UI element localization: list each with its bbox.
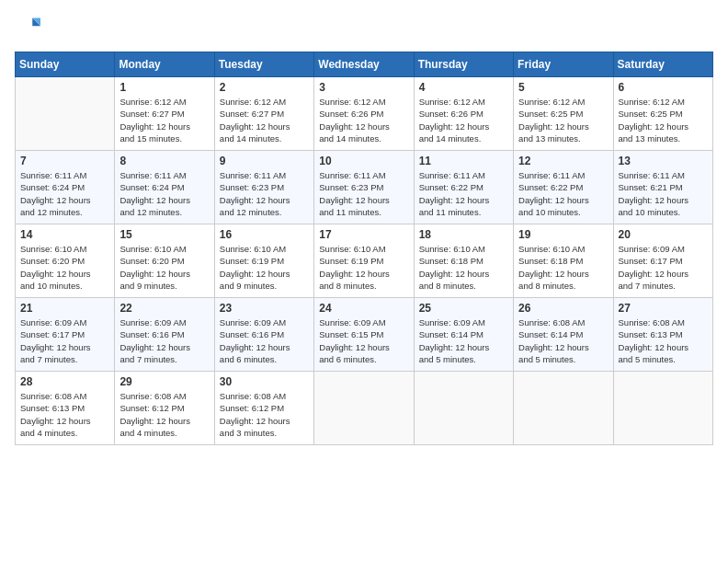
calendar-week-row: 14Sunrise: 6:10 AM Sunset: 6:20 PM Dayli… xyxy=(16,224,713,298)
weekday-header: Saturday xyxy=(613,52,712,77)
calendar-cell: 21Sunrise: 6:09 AM Sunset: 6:17 PM Dayli… xyxy=(16,298,115,372)
calendar-cell: 20Sunrise: 6:09 AM Sunset: 6:17 PM Dayli… xyxy=(613,224,712,298)
day-number: 27 xyxy=(619,302,708,315)
weekday-header: Sunday xyxy=(16,52,115,77)
day-number: 13 xyxy=(619,155,708,167)
day-info: Sunrise: 6:11 AM Sunset: 6:22 PM Dayligh… xyxy=(518,169,608,218)
day-number: 3 xyxy=(319,81,408,94)
day-info: Sunrise: 6:10 AM Sunset: 6:20 PM Dayligh… xyxy=(20,243,109,292)
day-number: 10 xyxy=(319,155,408,167)
day-number: 5 xyxy=(518,81,608,94)
day-info: Sunrise: 6:11 AM Sunset: 6:22 PM Dayligh… xyxy=(419,169,508,218)
calendar-cell: 27Sunrise: 6:08 AM Sunset: 6:13 PM Dayli… xyxy=(613,298,712,372)
calendar-cell: 24Sunrise: 6:09 AM Sunset: 6:15 PM Dayli… xyxy=(314,298,414,372)
day-number: 14 xyxy=(20,228,109,241)
day-number: 4 xyxy=(419,81,508,94)
day-number: 22 xyxy=(119,302,209,315)
day-info: Sunrise: 6:11 AM Sunset: 6:24 PM Dayligh… xyxy=(20,169,109,218)
day-number: 7 xyxy=(20,155,109,167)
calendar-cell: 2Sunrise: 6:12 AM Sunset: 6:27 PM Daylig… xyxy=(214,77,313,151)
logo xyxy=(15,15,44,40)
calendar-table: SundayMondayTuesdayWednesdayThursdayFrid… xyxy=(15,52,713,445)
day-info: Sunrise: 6:10 AM Sunset: 6:18 PM Dayligh… xyxy=(518,243,608,292)
day-info: Sunrise: 6:08 AM Sunset: 6:14 PM Dayligh… xyxy=(518,316,608,365)
calendar-cell: 22Sunrise: 6:09 AM Sunset: 6:16 PM Dayli… xyxy=(115,298,214,372)
weekday-row: SundayMondayTuesdayWednesdayThursdayFrid… xyxy=(16,52,713,77)
calendar-cell: 1Sunrise: 6:12 AM Sunset: 6:27 PM Daylig… xyxy=(115,77,214,151)
day-number: 17 xyxy=(319,228,408,241)
day-info: Sunrise: 6:12 AM Sunset: 6:26 PM Dayligh… xyxy=(419,96,508,144)
day-info: Sunrise: 6:11 AM Sunset: 6:24 PM Dayligh… xyxy=(119,169,209,218)
day-number: 18 xyxy=(419,228,508,241)
calendar-cell: 6Sunrise: 6:12 AM Sunset: 6:25 PM Daylig… xyxy=(613,77,712,151)
weekday-header: Thursday xyxy=(414,52,513,77)
calendar-week-row: 1Sunrise: 6:12 AM Sunset: 6:27 PM Daylig… xyxy=(16,77,713,151)
day-info: Sunrise: 6:09 AM Sunset: 6:15 PM Dayligh… xyxy=(319,316,408,365)
day-info: Sunrise: 6:12 AM Sunset: 6:27 PM Dayligh… xyxy=(220,96,309,144)
calendar-cell xyxy=(16,77,115,151)
day-number: 21 xyxy=(20,302,109,315)
day-info: Sunrise: 6:09 AM Sunset: 6:14 PM Dayligh… xyxy=(419,316,508,365)
calendar-cell: 23Sunrise: 6:09 AM Sunset: 6:16 PM Dayli… xyxy=(214,298,313,372)
calendar-cell: 4Sunrise: 6:12 AM Sunset: 6:26 PM Daylig… xyxy=(414,77,513,151)
calendar-cell: 13Sunrise: 6:11 AM Sunset: 6:21 PM Dayli… xyxy=(613,151,712,224)
calendar-cell: 26Sunrise: 6:08 AM Sunset: 6:14 PM Dayli… xyxy=(514,298,613,372)
weekday-header: Monday xyxy=(115,52,214,77)
day-number: 6 xyxy=(619,81,708,94)
day-info: Sunrise: 6:12 AM Sunset: 6:25 PM Dayligh… xyxy=(518,96,608,144)
day-number: 20 xyxy=(619,228,708,241)
calendar-week-row: 28Sunrise: 6:08 AM Sunset: 6:13 PM Dayli… xyxy=(16,372,713,445)
calendar-cell: 11Sunrise: 6:11 AM Sunset: 6:22 PM Dayli… xyxy=(414,151,513,224)
calendar-cell: 18Sunrise: 6:10 AM Sunset: 6:18 PM Dayli… xyxy=(414,224,513,298)
day-number: 29 xyxy=(119,375,209,388)
day-info: Sunrise: 6:09 AM Sunset: 6:16 PM Dayligh… xyxy=(220,316,309,365)
day-number: 12 xyxy=(518,155,608,167)
calendar-cell: 10Sunrise: 6:11 AM Sunset: 6:23 PM Dayli… xyxy=(314,151,414,224)
day-info: Sunrise: 6:12 AM Sunset: 6:26 PM Dayligh… xyxy=(319,96,408,144)
day-info: Sunrise: 6:11 AM Sunset: 6:23 PM Dayligh… xyxy=(319,169,408,218)
calendar-cell: 19Sunrise: 6:10 AM Sunset: 6:18 PM Dayli… xyxy=(514,224,613,298)
calendar-cell: 9Sunrise: 6:11 AM Sunset: 6:23 PM Daylig… xyxy=(214,151,313,224)
day-info: Sunrise: 6:09 AM Sunset: 6:17 PM Dayligh… xyxy=(20,316,109,365)
day-number: 24 xyxy=(319,302,408,315)
calendar-cell: 28Sunrise: 6:08 AM Sunset: 6:13 PM Dayli… xyxy=(16,372,115,445)
day-info: Sunrise: 6:10 AM Sunset: 6:20 PM Dayligh… xyxy=(119,243,209,292)
day-number: 30 xyxy=(220,375,309,388)
day-info: Sunrise: 6:10 AM Sunset: 6:19 PM Dayligh… xyxy=(220,243,309,292)
day-number: 11 xyxy=(419,155,508,167)
day-number: 9 xyxy=(220,155,309,167)
day-number: 19 xyxy=(518,228,608,241)
day-info: Sunrise: 6:12 AM Sunset: 6:25 PM Dayligh… xyxy=(619,96,708,144)
calendar-cell: 29Sunrise: 6:08 AM Sunset: 6:12 PM Dayli… xyxy=(115,372,214,445)
calendar-cell: 7Sunrise: 6:11 AM Sunset: 6:24 PM Daylig… xyxy=(16,151,115,224)
day-info: Sunrise: 6:08 AM Sunset: 6:12 PM Dayligh… xyxy=(119,390,209,439)
day-number: 16 xyxy=(220,228,309,241)
day-info: Sunrise: 6:08 AM Sunset: 6:13 PM Dayligh… xyxy=(20,390,109,439)
calendar-cell: 30Sunrise: 6:08 AM Sunset: 6:12 PM Dayli… xyxy=(214,372,313,445)
calendar-cell: 8Sunrise: 6:11 AM Sunset: 6:24 PM Daylig… xyxy=(115,151,214,224)
calendar-week-row: 7Sunrise: 6:11 AM Sunset: 6:24 PM Daylig… xyxy=(16,151,713,224)
weekday-header: Tuesday xyxy=(214,52,313,77)
day-number: 1 xyxy=(119,81,209,94)
calendar-header: SundayMondayTuesdayWednesdayThursdayFrid… xyxy=(16,52,713,77)
day-info: Sunrise: 6:10 AM Sunset: 6:19 PM Dayligh… xyxy=(319,243,408,292)
calendar-cell: 14Sunrise: 6:10 AM Sunset: 6:20 PM Dayli… xyxy=(16,224,115,298)
calendar-cell xyxy=(613,372,712,445)
day-number: 8 xyxy=(119,155,209,167)
day-number: 25 xyxy=(419,302,508,315)
day-info: Sunrise: 6:10 AM Sunset: 6:18 PM Dayligh… xyxy=(419,243,508,292)
calendar-cell: 12Sunrise: 6:11 AM Sunset: 6:22 PM Dayli… xyxy=(514,151,613,224)
day-info: Sunrise: 6:11 AM Sunset: 6:21 PM Dayligh… xyxy=(619,169,708,218)
weekday-header: Friday xyxy=(514,52,613,77)
day-number: 2 xyxy=(220,81,309,94)
page-header xyxy=(15,15,713,40)
calendar-cell xyxy=(514,372,613,445)
day-info: Sunrise: 6:08 AM Sunset: 6:13 PM Dayligh… xyxy=(619,316,708,365)
calendar-body: 1Sunrise: 6:12 AM Sunset: 6:27 PM Daylig… xyxy=(16,77,713,445)
calendar-cell xyxy=(414,372,513,445)
day-info: Sunrise: 6:09 AM Sunset: 6:17 PM Dayligh… xyxy=(619,243,708,292)
calendar-cell: 15Sunrise: 6:10 AM Sunset: 6:20 PM Dayli… xyxy=(115,224,214,298)
day-info: Sunrise: 6:09 AM Sunset: 6:16 PM Dayligh… xyxy=(119,316,209,365)
day-number: 28 xyxy=(20,375,109,388)
day-number: 15 xyxy=(119,228,209,241)
